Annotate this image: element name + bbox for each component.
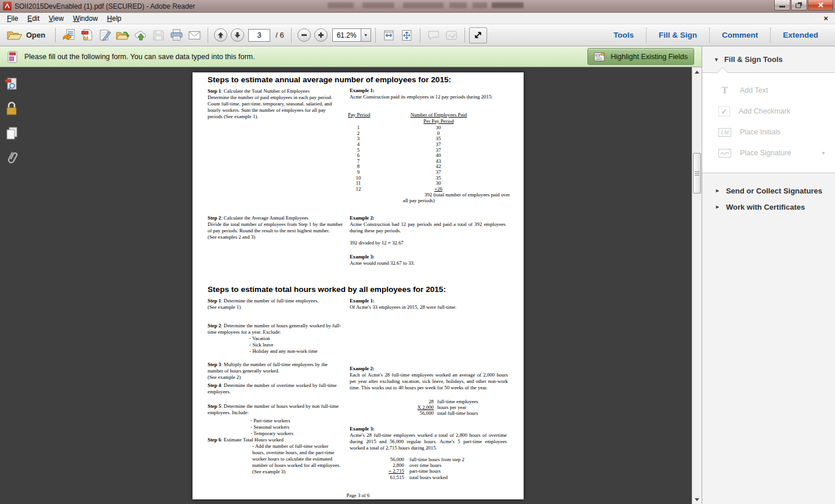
example3-heading: Example 3: <box>350 254 375 260</box>
email-button[interactable] <box>186 27 204 43</box>
calc-row: 56,000total full-time hours <box>384 410 478 416</box>
email-envelope-icon <box>188 30 201 41</box>
fit-width-icon <box>383 30 395 41</box>
step-label: Step 1 <box>208 298 221 304</box>
zoom-out-button[interactable] <box>297 28 311 42</box>
adobe-reader-app-icon <box>3 2 12 10</box>
place-signature-tool[interactable]: Place Signature ▼ <box>702 143 835 163</box>
page-number-input[interactable] <box>248 29 270 42</box>
open-button[interactable]: Open <box>5 28 51 42</box>
extended-button[interactable]: Extended <box>771 31 830 39</box>
section2-step3: Step 3: Multiply the number of full-time… <box>208 361 343 381</box>
add-checkmark-icon: ✓ <box>718 106 730 116</box>
restore-button[interactable] <box>791 0 807 10</box>
work-with-certificates-section[interactable]: ► Work with Certificates <box>702 199 835 215</box>
signature-dropdown-icon[interactable]: ▼ <box>821 151 826 156</box>
scroll-down-button[interactable] <box>692 495 702 504</box>
include-bullet: - Temporary workers <box>251 430 343 437</box>
place-initials-tool[interactable]: LM Place Initials <box>702 122 835 143</box>
add-checkmark-tool[interactable]: ✓ Add Checkmark <box>702 101 835 122</box>
toolbar-separator <box>55 28 56 43</box>
page-preview-button[interactable] <box>4 76 19 93</box>
example3-body: Acme would round 32.67 to 33. <box>350 260 415 266</box>
place-signature-icon <box>718 149 731 158</box>
save-button[interactable] <box>150 27 168 43</box>
fullscreen-button[interactable] <box>469 27 487 43</box>
search-document-icon <box>5 78 19 92</box>
table-row: 12+26 <box>348 186 481 192</box>
comment-tool-button[interactable] <box>424 27 442 43</box>
zoom-in-button[interactable] <box>314 28 328 42</box>
menu-edit-rest: dit <box>32 14 39 23</box>
fit-page-button[interactable] <box>398 27 416 43</box>
menu-file-rest: ile <box>11 14 18 23</box>
send-collect-signatures-section[interactable]: ► Send or Collect Signatures <box>702 182 835 199</box>
toolbar-separator <box>420 28 420 43</box>
share-file-button[interactable] <box>114 27 132 43</box>
section1-title: Steps to estimate annual average number … <box>208 77 451 83</box>
menu-window[interactable]: Window <box>68 13 103 24</box>
step-label: Step 1 <box>208 88 221 94</box>
close-menubar-button[interactable]: × <box>823 14 828 23</box>
section1-step2: Step 2: Calculate the Average Annual Emp… <box>208 215 343 240</box>
attachments-button[interactable] <box>4 149 19 166</box>
exclude-bullet: - Holiday and any non-work time <box>249 348 343 355</box>
menu-help[interactable]: Help <box>103 13 126 24</box>
tool-label: Add Text <box>740 86 768 94</box>
step-note: (See examples 2 and 3) <box>208 234 343 240</box>
table-row: 937 <box>348 169 481 175</box>
table-row: 437 <box>348 141 481 147</box>
panel-sections: ► Send or Collect Signatures ► Work with… <box>702 173 835 224</box>
fit-width-button[interactable] <box>380 27 398 43</box>
zoom-dropdown-button[interactable]: ▼ <box>361 28 371 42</box>
example2-calc: 392 divided by 12 = 32.67 <box>350 240 404 246</box>
minimize-button[interactable] <box>774 0 790 10</box>
calc-label: part-time hours <box>409 468 441 474</box>
vertical-scrollbar[interactable] <box>692 67 702 504</box>
section2-step1: Step 1: Determine the number of full-tim… <box>208 298 347 311</box>
table-row: 640 <box>348 152 481 158</box>
sign-document-button[interactable] <box>96 27 114 43</box>
save-floppy-icon <box>153 30 165 41</box>
adobe-reader-window: SOII2015DevEnabled (1).pdf (SECURED) - A… <box>0 0 835 504</box>
fill-sign-button[interactable]: Fill & Sign <box>647 31 709 39</box>
previous-page-button[interactable] <box>214 28 227 42</box>
calc-row: 28full-time employees <box>384 399 478 404</box>
print-button[interactable] <box>168 27 186 43</box>
scrollbar-thumb[interactable] <box>693 153 701 193</box>
titlebar: SOII2015DevEnabled (1).pdf (SECURED) - A… <box>0 0 835 13</box>
menu-view[interactable]: View <box>44 13 68 24</box>
create-pdf-button[interactable] <box>78 27 96 43</box>
security-settings-button[interactable] <box>4 101 19 117</box>
titlebar-ghost <box>328 2 354 8</box>
expand-arrow-icon: ► <box>715 188 720 193</box>
section2-example1-body: Of Acme's 33 employees in 2015, 28 were … <box>350 304 506 311</box>
menu-edit[interactable]: Edit <box>23 13 44 24</box>
step-note: (See example 1) <box>208 304 347 311</box>
include-bullet: - Seasonal workers <box>251 424 343 430</box>
scroll-up-button[interactable] <box>692 67 702 76</box>
print-icon <box>170 29 183 41</box>
export-pdf-button[interactable] <box>60 27 78 43</box>
titlebar-ghost <box>449 2 467 8</box>
table-row: 1130 <box>348 180 481 186</box>
calc-number: 61,515 <box>350 474 404 481</box>
cloud-upload-button[interactable] <box>132 27 150 43</box>
next-page-button[interactable] <box>231 28 244 42</box>
comment-panel-button[interactable]: Comment <box>710 31 770 39</box>
page-thumbnails-button[interactable] <box>4 125 19 141</box>
fulltime-hours-calc: 28full-time employees X 2,000hours per y… <box>384 399 478 416</box>
table-row: 20 <box>348 130 481 136</box>
highlight-fields-icon <box>594 52 607 62</box>
add-text-tool[interactable]: T Add Text <box>702 80 835 101</box>
zoom-level-input[interactable]: 61.2% <box>332 28 361 42</box>
highlight-existing-fields-button[interactable]: Highlight Existing Fields <box>587 48 694 65</box>
close-icon <box>818 2 824 8</box>
sign-document-icon <box>98 29 111 41</box>
close-button[interactable] <box>808 0 833 10</box>
sign-tool-button[interactable] <box>442 27 460 43</box>
step-label: Step 4 <box>208 382 221 388</box>
menu-file[interactable]: File <box>2 13 23 24</box>
table-row: 842 <box>348 163 481 169</box>
tools-button[interactable]: Tools <box>601 31 646 39</box>
